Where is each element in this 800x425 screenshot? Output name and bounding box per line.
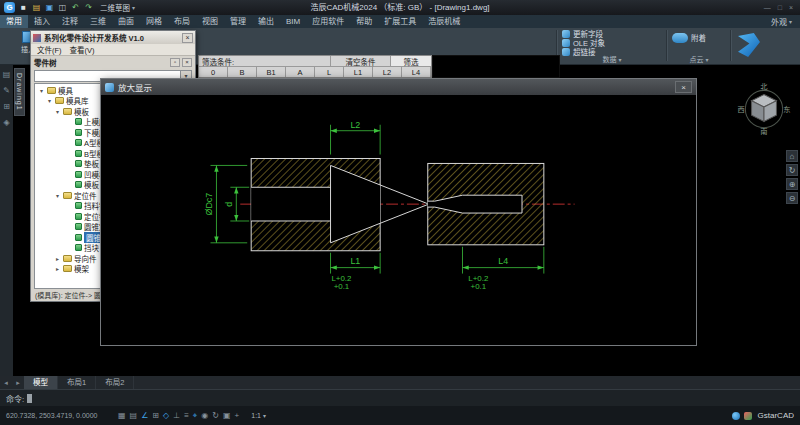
ribbon-tab[interactable]: BIM bbox=[280, 15, 306, 28]
folder-icon bbox=[63, 265, 72, 272]
tab-model[interactable]: 模型 bbox=[24, 376, 58, 389]
part-icon bbox=[75, 181, 82, 188]
annotation-icon[interactable]: ↻ bbox=[212, 411, 219, 421]
filter-param-button[interactable]: L bbox=[315, 67, 344, 77]
grid-icon[interactable]: ▦ bbox=[118, 411, 126, 421]
close-icon[interactable]: × bbox=[182, 33, 193, 43]
palette-icon[interactable]: ▤ bbox=[3, 70, 11, 79]
workspace-icon[interactable]: ▣ bbox=[223, 411, 231, 421]
ribbon-tab-spacer bbox=[466, 15, 763, 28]
ribbon-tab[interactable]: 输出 bbox=[252, 15, 280, 28]
home-view-icon[interactable]: ⌂ bbox=[786, 150, 798, 162]
window-title: 浩辰CAD机械2024 （标准: GB） - [Drawing1.dwg] bbox=[310, 0, 489, 15]
dynamic-input-icon[interactable]: ⌖ bbox=[193, 411, 198, 421]
orbit-icon[interactable]: ↻ bbox=[786, 164, 798, 176]
ribbon-tab[interactable]: 管理 bbox=[224, 15, 252, 28]
dimension-l1: L1 bbox=[350, 256, 360, 266]
zoom-out-icon[interactable]: ⊖ bbox=[786, 192, 798, 204]
dialog-drawing-area[interactable]: L2 d ØDc7 L1 L4 L+0.2 +0.1 L+0.2 +0.1 bbox=[101, 95, 696, 345]
ribbon-tab[interactable]: 曲面 bbox=[112, 15, 140, 28]
filter-param-button[interactable]: B1 bbox=[257, 67, 286, 77]
dialog-title-bar[interactable]: 放大显示 × bbox=[101, 79, 696, 95]
ribbon-tab[interactable]: 三维 bbox=[84, 15, 112, 28]
compass-west-label[interactable]: 西 bbox=[738, 105, 745, 114]
ribbon-tab[interactable]: 帮助 bbox=[350, 15, 378, 28]
open-icon[interactable]: ▤ bbox=[31, 0, 42, 15]
compass-east-label[interactable]: 东 bbox=[783, 105, 790, 114]
undo-icon[interactable]: ↶ bbox=[70, 0, 81, 15]
close-button[interactable]: × bbox=[789, 4, 793, 11]
expand-toggle-icon[interactable]: ▾ bbox=[54, 192, 61, 199]
close-icon[interactable]: × bbox=[182, 58, 192, 67]
dialog-title: 放大显示 bbox=[118, 81, 671, 93]
chevron-down-icon: ▾ bbox=[132, 4, 135, 11]
filter-param-button[interactable]: A bbox=[286, 67, 315, 77]
save-icon[interactable]: ▣ bbox=[44, 0, 55, 15]
expand-toggle-icon[interactable]: ▾ bbox=[54, 108, 61, 115]
filter-param-button[interactable]: L4 bbox=[402, 67, 431, 77]
osnap-icon[interactable]: ⊞ bbox=[152, 411, 159, 421]
expand-toggle-icon[interactable]: ▸ bbox=[54, 265, 61, 272]
ribbon-tab[interactable]: 常用 bbox=[0, 15, 28, 28]
ribbon-tab[interactable]: 注释 bbox=[56, 15, 84, 28]
filter-param-button[interactable]: 0 bbox=[199, 67, 228, 77]
compass-south-label[interactable]: 南 bbox=[760, 127, 767, 136]
redo-icon[interactable]: ↷ bbox=[83, 0, 94, 15]
crosshair-icon[interactable]: + bbox=[235, 411, 240, 421]
new-icon[interactable]: ■ bbox=[18, 0, 29, 15]
menu-file[interactable]: 文件(F) bbox=[34, 44, 65, 55]
filter-param-button[interactable]: L1 bbox=[344, 67, 373, 77]
preview-pane bbox=[432, 55, 560, 78]
ribbon-tab[interactable]: 浩辰机械 bbox=[422, 15, 466, 28]
maximize-button[interactable]: □ bbox=[778, 4, 782, 11]
ribbon-tab[interactable]: 应用软件 bbox=[306, 15, 350, 28]
expand-toggle-icon[interactable]: ▾ bbox=[46, 97, 53, 104]
tab-scroll-left-icon[interactable]: ◂ bbox=[0, 376, 12, 389]
tab-layout1[interactable]: 布局1 bbox=[58, 376, 96, 389]
cloud-sync-icon[interactable] bbox=[732, 412, 740, 420]
filter-button[interactable]: 筛选 bbox=[391, 56, 431, 66]
document-tab[interactable]: Drawing1 bbox=[14, 68, 25, 116]
polar-icon[interactable]: ∠ bbox=[141, 411, 148, 421]
ribbon-group-data: 更新字段 OLE 对象 超链接 数据 ▾ bbox=[562, 29, 662, 64]
pointcloud-group-label[interactable]: 点云 ▾ bbox=[672, 54, 726, 64]
ortho-icon[interactable]: ⊥ bbox=[173, 411, 180, 421]
pin-icon[interactable]: ▫ bbox=[170, 58, 180, 67]
ribbon-tab[interactable]: 布局 bbox=[168, 15, 196, 28]
workspace-switcher[interactable]: 二维草图 ▾ bbox=[97, 2, 138, 13]
gstarcad-logo-icon[interactable] bbox=[738, 33, 760, 57]
menu-view[interactable]: 查看(V) bbox=[67, 44, 98, 55]
draw-icon[interactable]: ✎ bbox=[3, 86, 10, 95]
app-logo-icon[interactable]: G bbox=[4, 2, 15, 13]
clear-conditions-button[interactable]: 清空条件 bbox=[331, 56, 391, 66]
minimize-button[interactable]: — bbox=[764, 4, 771, 11]
appearance-menu[interactable]: 外观 ▾ bbox=[763, 15, 800, 28]
view-cube[interactable]: 北 东 南 西 bbox=[736, 80, 792, 136]
tab-scroll-right-icon[interactable]: ▸ bbox=[12, 376, 24, 389]
expand-toggle-icon[interactable]: ▾ bbox=[38, 87, 45, 94]
annotation-scale[interactable]: 1:1 ▾ bbox=[251, 412, 266, 419]
ribbon-tab[interactable]: 插入 bbox=[28, 15, 56, 28]
data-group-label[interactable]: 数据 ▾ bbox=[562, 54, 662, 64]
zoom-in-icon[interactable]: ⊕ bbox=[786, 178, 798, 190]
ribbon-tab[interactable]: 网格 bbox=[140, 15, 168, 28]
otrack-icon[interactable]: ◇ bbox=[163, 411, 169, 421]
print-icon[interactable]: ◫ bbox=[57, 0, 68, 15]
text-cursor bbox=[27, 394, 32, 403]
snap-icon[interactable]: ◈ bbox=[3, 118, 9, 127]
ribbon-tab[interactable]: 视图 bbox=[196, 15, 224, 28]
attach-button[interactable]: 附着 bbox=[672, 32, 726, 43]
snap-icon[interactable]: ▤ bbox=[130, 411, 138, 421]
expand-toggle-icon[interactable]: ▸ bbox=[54, 255, 61, 262]
close-icon[interactable]: × bbox=[675, 81, 692, 93]
filter-param-button[interactable]: L2 bbox=[373, 67, 402, 77]
palette-title-bar[interactable]: 系列化零件设计开发系统 V1.0 × bbox=[31, 31, 195, 44]
ribbon-tab[interactable]: 扩展工具 bbox=[378, 15, 422, 28]
compass-north-label[interactable]: 北 bbox=[760, 82, 768, 91]
filter-param-button[interactable]: B bbox=[228, 67, 257, 77]
lineweight-icon[interactable]: ≡ bbox=[184, 411, 189, 421]
command-line[interactable]: 命令: bbox=[0, 389, 800, 406]
grid-icon[interactable]: ⊞ bbox=[3, 102, 10, 111]
selection-cycling-icon[interactable]: ◉ bbox=[201, 411, 208, 421]
tab-layout2[interactable]: 布局2 bbox=[96, 376, 134, 389]
